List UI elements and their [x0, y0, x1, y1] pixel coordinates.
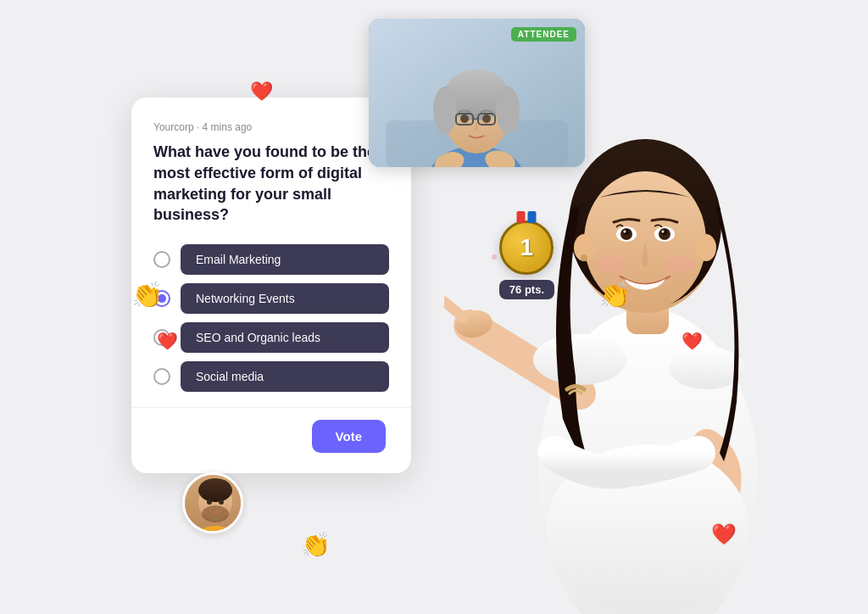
- svg-point-42: [581, 254, 587, 261]
- radio-1[interactable]: [153, 251, 170, 268]
- medal-points: 76 pts.: [499, 280, 554, 299]
- svg-point-38: [594, 256, 625, 273]
- option-label-2: Networking Events: [181, 283, 389, 314]
- ribbon-red: [517, 211, 526, 223]
- medal-badge: 1 76 pts.: [499, 220, 554, 299]
- poll-meta: Yourcorp · 4 mins ago: [153, 121, 389, 133]
- svg-point-21: [219, 500, 224, 505]
- svg-point-20: [207, 500, 212, 505]
- ribbon-blue: [528, 211, 537, 223]
- svg-point-39: [665, 256, 695, 273]
- svg-point-11: [460, 114, 469, 123]
- poll-option-2[interactable]: Networking Events: [153, 283, 389, 314]
- medal-circle: 1: [499, 220, 554, 275]
- radio-2[interactable]: [153, 290, 170, 307]
- svg-point-41: [696, 234, 716, 261]
- scene: ❤️ ❤️ ❤️ ❤️ 👏 👏 👏: [0, 0, 868, 614]
- option-label-4: Social media: [181, 361, 389, 392]
- option-label-1: Email Marketing: [181, 244, 389, 275]
- svg-point-25: [533, 334, 626, 385]
- svg-point-7: [496, 87, 520, 134]
- svg-point-18: [198, 478, 232, 502]
- vote-button[interactable]: Vote: [312, 420, 386, 453]
- medal-ribbon: [517, 211, 537, 223]
- radio-4[interactable]: [153, 368, 170, 385]
- poll-question: What have you found to be the most effec…: [153, 142, 389, 226]
- poll-option-4[interactable]: Social media: [153, 361, 389, 392]
- svg-point-33: [624, 231, 626, 233]
- poll-divider: [131, 407, 411, 408]
- svg-point-37: [662, 231, 665, 233]
- svg-point-19: [202, 505, 229, 522]
- medal-number: 1: [520, 236, 534, 260]
- attendee-badge: ATTENDEE: [511, 27, 576, 42]
- radio-3[interactable]: [153, 329, 170, 346]
- svg-point-6: [433, 87, 457, 134]
- avatar: [182, 472, 243, 533]
- poll-options: Email Marketing Networking Events SEO an…: [153, 244, 389, 392]
- option-label-3: SEO and Organic leads: [181, 322, 389, 353]
- poll-option-3[interactable]: SEO and Organic leads: [153, 322, 389, 353]
- clap-icon-3: 👏: [301, 531, 331, 559]
- svg-point-12: [482, 114, 491, 123]
- poll-option-1[interactable]: Email Marketing: [153, 244, 389, 275]
- video-tile: ATTENDEE: [369, 19, 585, 167]
